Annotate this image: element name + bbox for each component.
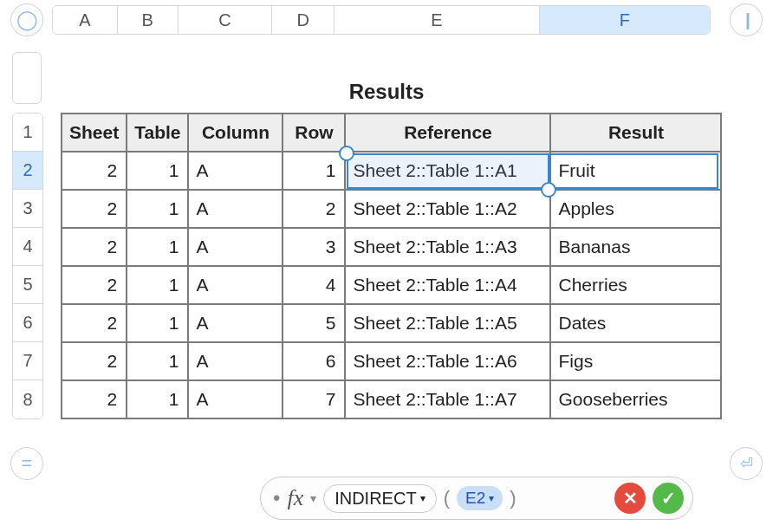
results-table: Sheet Table Column Row Reference Result … — [61, 113, 722, 419]
cell[interactable]: Sheet 2::Table 1::A1 — [345, 152, 550, 190]
row-header-5[interactable]: 5 — [13, 266, 42, 304]
cancel-button[interactable]: ✕ — [614, 483, 646, 514]
table-row: 2 1 A 7 Sheet 2::Table 1::A7 Gooseberrie… — [62, 380, 721, 418]
chevron-down-icon[interactable]: ▾ — [310, 491, 316, 505]
th-table[interactable]: Table — [127, 114, 188, 152]
formula-bar[interactable]: • fx ▾ INDIRECT ▾ ( E2 ▾ ) ✕ ✓ — [260, 477, 693, 520]
close-icon: ✕ — [623, 488, 638, 509]
cell[interactable]: 1 — [283, 152, 345, 190]
row-header-2[interactable]: 2 — [13, 152, 42, 190]
cell[interactable]: Dates — [550, 304, 721, 342]
cell[interactable]: 6 — [283, 342, 345, 380]
row-header-1[interactable]: 1 — [13, 114, 42, 152]
th-sheet[interactable]: Sheet — [62, 114, 127, 152]
table-row: 2 1 A 4 Sheet 2::Table 1::A4 Cherries — [62, 266, 721, 304]
column-header-e[interactable]: E — [335, 6, 539, 34]
chevron-down-icon: ▾ — [420, 492, 425, 504]
th-column[interactable]: Column — [188, 114, 283, 152]
cell[interactable]: Sheet 2::Table 1::A2 — [345, 190, 550, 228]
cell[interactable]: Cherries — [550, 266, 721, 304]
cell[interactable]: A — [188, 152, 283, 190]
function-pill[interactable]: INDIRECT ▾ — [323, 484, 436, 513]
table-title: Results — [0, 80, 773, 104]
table-row: 2 1 A 2 Sheet 2::Table 1::A2 Apples — [62, 190, 721, 228]
table-body: 2 1 A 1 Sheet 2::Table 1::A1 Fruit 2 1 A… — [62, 152, 721, 418]
cell[interactable]: 1 — [127, 266, 188, 304]
corner-circle-button-tr[interactable]: || — [730, 3, 763, 36]
cell[interactable]: 2 — [62, 304, 127, 342]
cell[interactable]: Fruit — [550, 152, 721, 190]
cell[interactable]: A — [188, 190, 283, 228]
cell[interactable]: 1 — [127, 304, 188, 342]
cell[interactable]: 3 — [283, 228, 345, 266]
column-header-a[interactable]: A — [53, 6, 118, 34]
column-header-c[interactable]: C — [179, 6, 273, 34]
cell[interactable]: 7 — [283, 380, 345, 418]
cell[interactable]: 1 — [127, 228, 188, 266]
open-paren: ( — [444, 487, 450, 509]
row-header-column: 1 2 3 4 5 6 7 8 — [12, 113, 43, 419]
cell[interactable]: 2 — [62, 228, 127, 266]
cell[interactable]: A — [188, 228, 283, 266]
corner-circle-button-bl[interactable]: = — [10, 447, 43, 480]
cell[interactable]: 5 — [283, 304, 345, 342]
table-row: 2 1 A 6 Sheet 2::Table 1::A6 Figs — [62, 342, 721, 380]
return-icon: ⏎ — [740, 454, 753, 473]
circle-icon: ◯ — [16, 9, 38, 31]
cell[interactable]: Sheet 2::Table 1::A6 — [345, 342, 550, 380]
cell[interactable]: Gooseberries — [550, 380, 721, 418]
cell[interactable]: 1 — [127, 152, 188, 190]
cell[interactable]: 2 — [62, 190, 127, 228]
row-header-6[interactable]: 6 — [13, 304, 42, 342]
row-header-3[interactable]: 3 — [13, 190, 42, 228]
cell[interactable]: Sheet 2::Table 1::A5 — [345, 304, 550, 342]
th-result[interactable]: Result — [550, 114, 721, 152]
close-paren: ) — [510, 487, 516, 509]
cell[interactable]: 2 — [62, 152, 127, 190]
function-name: INDIRECT — [335, 489, 416, 509]
argument-text: E2 — [465, 489, 485, 508]
fx-label[interactable]: fx — [287, 485, 303, 511]
cell[interactable]: Apples — [550, 190, 721, 228]
table-header-row: Sheet Table Column Row Reference Result — [62, 114, 721, 152]
table-row: 2 1 A 3 Sheet 2::Table 1::A3 Bananas — [62, 228, 721, 266]
row-header-7[interactable]: 7 — [13, 342, 42, 380]
cell[interactable]: 4 — [283, 266, 345, 304]
cell[interactable]: 1 — [127, 190, 188, 228]
table-row: 2 1 A 1 Sheet 2::Table 1::A1 Fruit — [62, 152, 721, 190]
cell[interactable]: A — [188, 342, 283, 380]
column-header-d[interactable]: D — [272, 6, 335, 34]
cell[interactable]: Figs — [550, 342, 721, 380]
column-header-f[interactable]: F — [540, 6, 710, 34]
column-header-b[interactable]: B — [118, 6, 179, 34]
corner-circle-button-br[interactable]: ⏎ — [730, 447, 763, 480]
cell[interactable]: 2 — [62, 342, 127, 380]
cell[interactable]: A — [188, 266, 283, 304]
row-header-4[interactable]: 4 — [13, 228, 42, 266]
th-reference[interactable]: Reference — [345, 114, 550, 152]
equals-icon: = — [22, 452, 33, 475]
cell[interactable]: 2 — [62, 266, 127, 304]
table-row: 2 1 A 5 Sheet 2::Table 1::A5 Dates — [62, 304, 721, 342]
th-row[interactable]: Row — [283, 114, 345, 152]
cell[interactable]: 1 — [127, 380, 188, 418]
corner-circle-button-tl[interactable]: ◯ — [10, 3, 43, 36]
check-icon: ✓ — [661, 488, 676, 509]
cell[interactable]: Sheet 2::Table 1::A4 — [345, 266, 550, 304]
cell[interactable]: Sheet 2::Table 1::A7 — [345, 380, 550, 418]
column-header-row: A B C D E F — [52, 5, 711, 35]
confirm-button[interactable]: ✓ — [653, 483, 684, 514]
cell[interactable]: A — [188, 304, 283, 342]
cell[interactable]: Sheet 2::Table 1::A3 — [345, 228, 550, 266]
cell[interactable]: 2 — [62, 380, 127, 418]
cell[interactable]: 1 — [127, 342, 188, 380]
chevron-down-icon: ▾ — [489, 492, 494, 504]
row-header-8[interactable]: 8 — [13, 380, 42, 418]
cell[interactable]: 2 — [283, 190, 345, 228]
cell[interactable]: A — [188, 380, 283, 418]
argument-pill[interactable]: E2 ▾ — [457, 486, 503, 510]
pause-icon: || — [745, 10, 747, 30]
cell[interactable]: Bananas — [550, 228, 721, 266]
